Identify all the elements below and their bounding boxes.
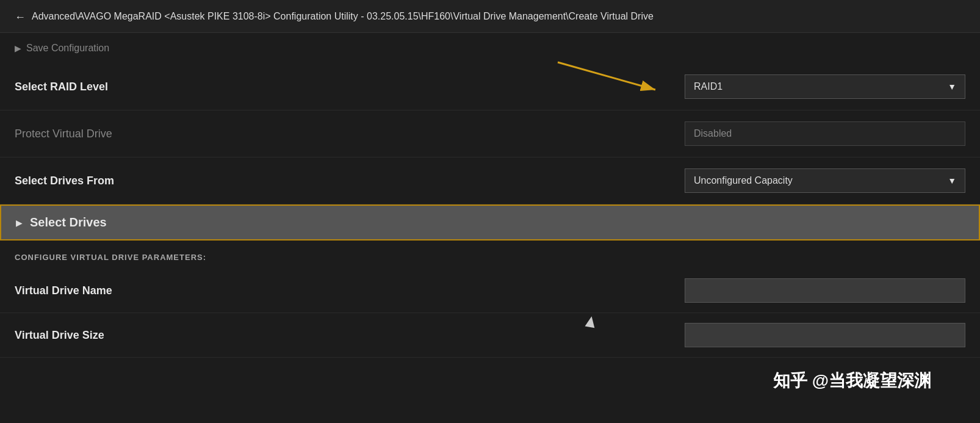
select-drives-from-control: Unconfigured Capacity ▼: [685, 168, 965, 193]
back-arrow-icon[interactable]: ←: [15, 11, 26, 24]
yellow-arrow-annotation: [558, 56, 680, 105]
raid-level-value: RAID1: [694, 81, 722, 92]
virtual-drive-name-label: Virtual Drive Name: [15, 284, 112, 297]
configure-section-header: CONFIGURE VIRTUAL DRIVE PARAMETERS:: [0, 240, 980, 269]
protect-vd-label: Protect Virtual Drive: [15, 128, 112, 140]
raid-level-dropdown[interactable]: RAID1 ▼: [685, 74, 965, 99]
save-config-label: Save Configuration: [26, 43, 109, 54]
select-drives-row[interactable]: ▶ Select Drives: [0, 204, 980, 240]
svg-line-1: [558, 62, 655, 90]
protect-virtual-drive-row: Protect Virtual Drive Disabled: [0, 110, 980, 157]
select-drives-from-row: Select Drives From Unconfigured Capacity…: [0, 157, 980, 204]
raid-level-control: RAID1 ▼: [685, 74, 965, 99]
save-configuration-row[interactable]: ▶ Save Configuration: [0, 33, 980, 63]
breadcrumb: Advanced\AVAGO MegaRAID <Asustek PIKE 31…: [32, 10, 654, 23]
raid-level-dropdown-arrow-icon: ▼: [948, 82, 956, 92]
select-drives-from-dropdown[interactable]: Unconfigured Capacity ▼: [685, 168, 965, 193]
select-drives-expand-icon: ▶: [16, 218, 23, 228]
select-drives-from-label: Select Drives From: [15, 175, 114, 187]
virtual-drive-name-input[interactable]: [685, 278, 965, 303]
protect-vd-input: Disabled: [685, 121, 965, 146]
virtual-drive-name-row: Virtual Drive Name: [0, 269, 980, 313]
page-container: ← Advanced\AVAGO MegaRAID <Asustek PIKE …: [0, 0, 980, 423]
protect-vd-value: Disabled: [694, 128, 732, 139]
configure-section-title: CONFIGURE VIRTUAL DRIVE PARAMETERS:: [15, 253, 206, 262]
virtual-drive-size-input[interactable]: [685, 323, 965, 347]
select-drives-label: Select Drives: [30, 215, 107, 230]
virtual-drive-size-row: Virtual Drive Size: [0, 313, 980, 358]
select-raid-level-row: Select RAID Level RAID1 ▼: [0, 63, 980, 110]
select-drives-from-dropdown-arrow-icon: ▼: [948, 176, 956, 186]
select-raid-level-label: Select RAID Level: [15, 81, 108, 93]
virtual-drive-size-label: Virtual Drive Size: [15, 329, 104, 342]
watermark: 知乎 @当我凝望深渊: [773, 369, 931, 392]
header: ← Advanced\AVAGO MegaRAID <Asustek PIKE …: [0, 0, 980, 33]
save-config-arrow-icon: ▶: [15, 43, 21, 53]
protect-vd-control: Disabled: [685, 121, 965, 146]
select-drives-from-value: Unconfigured Capacity: [694, 175, 793, 186]
